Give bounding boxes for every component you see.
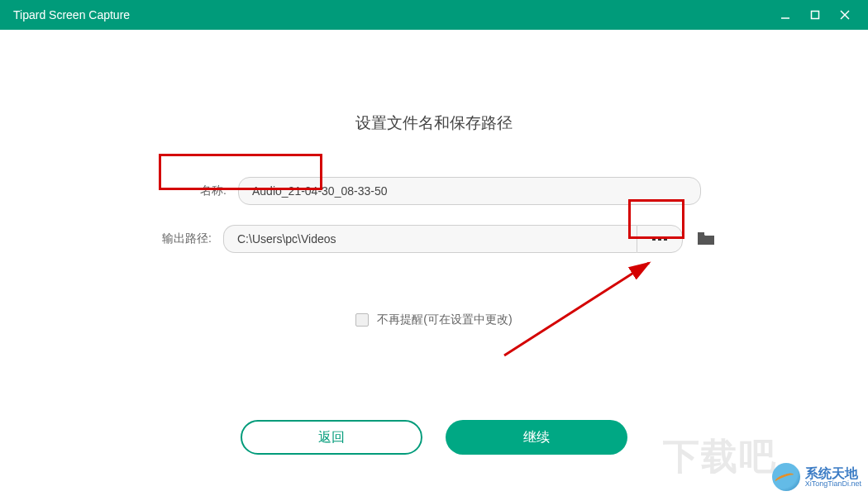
- browse-button[interactable]: [637, 225, 683, 253]
- watermark-faded: 下载吧: [663, 432, 777, 481]
- dont-remind-row: 不再提醒(可在设置中更改): [355, 312, 512, 327]
- titlebar: Tipard Screen Capture: [0, 0, 868, 30]
- dont-remind-label: 不再提醒(可在设置中更改): [377, 312, 512, 327]
- watermark-text: 系统天地 XiTongTianDi.net: [805, 467, 861, 488]
- name-label: 名称:: [167, 184, 227, 198]
- svg-rect-1: [812, 12, 819, 19]
- maximize-button[interactable]: [800, 0, 830, 30]
- page-heading: 设置文件名和保存路径: [355, 112, 513, 134]
- close-button[interactable]: [830, 0, 860, 30]
- window-controls: [770, 0, 860, 30]
- continue-button[interactable]: 继续: [446, 420, 627, 455]
- folder-icon: [697, 231, 715, 246]
- back-button[interactable]: 返回: [241, 420, 422, 455]
- path-row: 输出路径:: [152, 225, 716, 253]
- app-window: Tipard Screen Capture 设置文件名和保存路径 名称: 输出路…: [0, 0, 868, 496]
- button-row: 返回 继续: [241, 420, 627, 455]
- minimize-button[interactable]: [770, 0, 800, 30]
- content-area: 设置文件名和保存路径 名称: 输出路径: 不再提醒(可在设置中更改) 返回: [0, 30, 868, 455]
- ellipsis-icon: [652, 237, 667, 241]
- svg-rect-4: [698, 232, 704, 235]
- name-row: 名称:: [167, 177, 701, 205]
- watermark-cn: 系统天地: [805, 467, 861, 480]
- globe-icon: [772, 463, 800, 491]
- app-title: Tipard Screen Capture: [13, 8, 130, 21]
- watermark-en: XiTongTianDi.net: [805, 480, 861, 488]
- path-label: 输出路径:: [152, 231, 212, 246]
- dont-remind-checkbox[interactable]: [355, 313, 369, 327]
- watermark: 系统天地 XiTongTianDi.net: [772, 463, 861, 491]
- name-input[interactable]: [238, 177, 701, 205]
- open-folder-button[interactable]: [696, 231, 716, 247]
- path-input[interactable]: [223, 225, 637, 253]
